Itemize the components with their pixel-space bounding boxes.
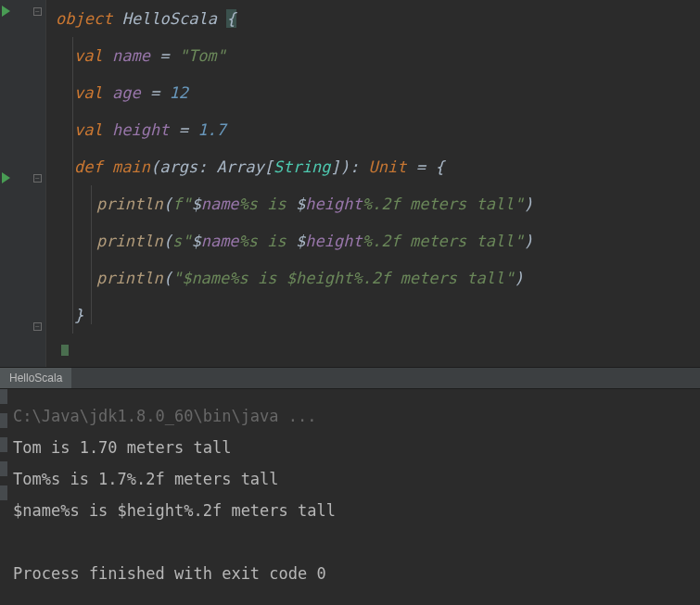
interp-var: name	[201, 195, 239, 213]
editor-area: − − − object HelloScala { val name = "To…	[0, 0, 700, 367]
equals: =	[150, 83, 169, 102]
string-literal: "$name%s is $height%.2f meters tall"	[172, 269, 514, 287]
console-command: C:\Java\jdk1.8.0_60\bin\java ...	[13, 400, 687, 432]
open-brace: {	[226, 9, 235, 28]
interp-var: height	[305, 195, 362, 213]
type-unit: Unit	[368, 158, 406, 176]
close-brace: }	[74, 306, 83, 324]
code-editor[interactable]: object HelloScala { val name = "Tom" val…	[46, 0, 533, 367]
equals: =	[159, 46, 178, 65]
equals: =	[179, 120, 197, 139]
code-line: object HelloScala {	[56, 0, 533, 37]
interp-prefix: s	[172, 232, 182, 250]
gutter: − − −	[0, 0, 46, 367]
fold-minus-icon[interactable]: −	[33, 322, 42, 331]
keyword-def: def	[74, 158, 103, 176]
type-string: String	[274, 158, 330, 176]
fold-minus-icon[interactable]: −	[33, 174, 42, 183]
keyword-val: val	[74, 83, 103, 102]
console-line: Tom is 1.70 meters tall	[13, 432, 687, 463]
code-line: val age = 12	[56, 74, 533, 111]
tool-icon[interactable]	[0, 461, 7, 476]
tab-helloscala[interactable]: HelloScala	[0, 368, 71, 388]
fold-minus-icon[interactable]: −	[33, 7, 42, 16]
code-line: val name = "Tom"	[56, 37, 533, 74]
call-println: println	[96, 195, 163, 213]
tool-icon[interactable]	[0, 413, 7, 428]
number-literal: 1.7	[197, 120, 226, 139]
code-line: println(s"$name%s is $height%.2f meters …	[56, 222, 533, 259]
console-exit: Process finished with exit code 0	[13, 558, 687, 589]
number-literal: 12	[169, 83, 187, 102]
code-line: def main(args: Array[String]): Unit = {	[56, 148, 533, 185]
code-line: val height = 1.7	[56, 111, 533, 148]
param-args: args	[159, 158, 197, 176]
console-blank	[13, 526, 687, 558]
type-array: Array	[217, 158, 264, 176]
console-line: Tom%s is 1.7%.2f meters tall	[13, 463, 687, 495]
tool-icon[interactable]	[0, 389, 7, 404]
var-name: name	[112, 46, 150, 65]
code-line: }	[56, 296, 533, 334]
tool-icon[interactable]	[0, 437, 7, 452]
code-line: println(f"$name%s is $height%.2f meters …	[56, 185, 533, 222]
class-name: HelloScala	[122, 9, 227, 28]
keyword-object: object	[56, 9, 112, 28]
run-icon[interactable]	[2, 6, 10, 17]
console-tab-bar: HelloScala	[0, 367, 700, 389]
code-line: println("$name%s is $height%.2f meters t…	[56, 259, 533, 296]
interp-var: height	[305, 232, 362, 250]
keyword-val: val	[74, 120, 103, 139]
call-println: println	[96, 232, 163, 250]
tool-icon[interactable]	[0, 485, 7, 500]
console-line: $name%s is $height%.2f meters tall	[13, 495, 687, 526]
var-height: height	[112, 120, 169, 139]
caret-icon	[61, 345, 69, 356]
toolwindow-bar	[0, 389, 7, 574]
console-output[interactable]: C:\Java\jdk1.8.0_60\bin\java ... Tom is …	[0, 389, 700, 605]
method-main: main	[112, 158, 150, 176]
var-age: age	[112, 83, 141, 102]
call-println: println	[96, 269, 163, 287]
tab-label: HelloScala	[9, 372, 62, 384]
string-literal: "Tom"	[179, 46, 226, 65]
run-icon[interactable]	[2, 172, 10, 183]
interp-prefix: f	[172, 195, 182, 213]
keyword-val: val	[74, 46, 103, 65]
interp-var: name	[201, 232, 239, 250]
